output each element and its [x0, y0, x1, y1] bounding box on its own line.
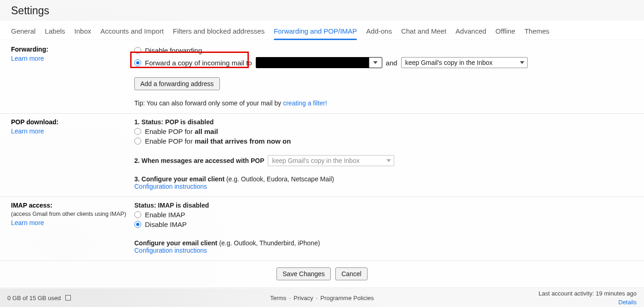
imap-configuration-instructions-link[interactable]: Configuration instructions: [134, 247, 207, 254]
terms-link[interactable]: Terms: [270, 295, 286, 301]
radio-pop-all-mail[interactable]: [134, 128, 141, 135]
tab-advanced[interactable]: Advanced: [455, 23, 486, 40]
page-title: Settings: [0, 0, 644, 21]
radio-disable-forwarding[interactable]: [134, 47, 141, 54]
pop-status-label: 1. Status:: [134, 118, 165, 126]
section-forwarding: Forwarding: Learn more Disable forwardin…: [0, 40, 644, 114]
settings-content: Forwarding: Learn more Disable forwardin…: [0, 40, 644, 289]
cancel-button[interactable]: Cancel: [335, 267, 368, 280]
tab-inbox[interactable]: Inbox: [75, 23, 92, 40]
tab-themes[interactable]: Themes: [524, 23, 549, 40]
chevron-down-icon: [520, 61, 524, 64]
forwarding-learn-more-link[interactable]: Learn more: [11, 55, 44, 62]
tab-addons[interactable]: Add-ons: [366, 23, 392, 40]
tab-chat-meet[interactable]: Chat and Meet: [401, 23, 446, 40]
forwarding-action-select[interactable]: keep Gmail's copy in the Inbox: [401, 57, 528, 68]
pop-enable-now-prefix: Enable POP for: [145, 137, 195, 145]
imap-enable-label: Enable IMAP: [145, 211, 185, 219]
storage-text: 0 GB of 15 GB used: [7, 295, 61, 301]
last-activity-text: Last account activity: 19 minutes ago: [539, 289, 637, 298]
radio-imap-enable[interactable]: [134, 211, 141, 218]
creating-filter-link[interactable]: creating a filter!: [283, 99, 327, 107]
imap-configure-hint: (e.g. Outlook, Thunderbird, iPhone): [219, 239, 320, 247]
pop-when-accessed-label: 2. When messages are accessed with POP: [134, 157, 264, 164]
imap-configure-prefix: Configure your email client: [134, 239, 219, 247]
forwarding-tip-text: Tip: You can also forward only some of y…: [134, 99, 283, 107]
imap-status-prefix: Status:: [134, 202, 158, 209]
pop-enable-all-bold: all mail: [195, 127, 218, 135]
tab-forwarding-pop-imap[interactable]: Forwarding and POP/IMAP: [274, 23, 357, 40]
pop-learn-more-link[interactable]: Learn more: [11, 127, 44, 135]
save-cancel-row: Save Changes Cancel: [0, 261, 644, 288]
forwarding-and-text: and: [386, 59, 397, 67]
pop-enable-now-bold: mail that arrives from now on: [195, 137, 291, 145]
radio-forward-copy[interactable]: [134, 59, 141, 66]
save-changes-button[interactable]: Save Changes: [276, 267, 331, 280]
pop-configuration-instructions-link[interactable]: Configuration instructions: [134, 183, 207, 190]
pop-enable-all-prefix: Enable POP for: [145, 127, 195, 135]
settings-tabs: General Labels Inbox Accounts and Import…: [0, 21, 644, 40]
forwarding-address-select[interactable]: [256, 57, 382, 68]
radio-pop-from-now[interactable]: [134, 138, 141, 145]
imap-title: IMAP access:: [11, 202, 52, 209]
open-in-new-icon: [65, 295, 71, 301]
pop-title: POP download:: [11, 118, 58, 126]
pop-status-value: POP is disabled: [165, 118, 214, 126]
disable-forwarding-label: Disable forwarding: [145, 46, 202, 54]
pop-configure-hint: (e.g. Outlook, Eudora, Netscape Mail): [226, 175, 334, 183]
storage-usage[interactable]: 0 GB of 15 GB used: [7, 295, 71, 301]
tab-labels[interactable]: Labels: [45, 23, 65, 40]
page-footer: 0 GB of 15 GB used Terms · Privacy · Pro…: [0, 289, 644, 307]
tab-accounts-import[interactable]: Accounts and Import: [100, 23, 164, 40]
tab-general[interactable]: General: [11, 23, 35, 40]
section-imap-access: IMAP access: (access Gmail from other cl…: [0, 197, 644, 261]
chevron-down-icon: [369, 58, 382, 68]
tab-offline[interactable]: Offline: [495, 23, 515, 40]
imap-disable-label: Disable IMAP: [145, 220, 187, 228]
add-forwarding-address-button[interactable]: Add a forwarding address: [134, 77, 220, 90]
pop-action-value: keep Gmail's copy in the Inbox: [272, 157, 359, 164]
forward-copy-label: Forward a copy of incoming mail to: [145, 59, 252, 67]
forwarding-title: Forwarding:: [11, 46, 48, 53]
pop-configure-prefix: 3. Configure your email client: [134, 175, 226, 183]
forwarding-action-value: keep Gmail's copy in the Inbox: [405, 59, 493, 66]
imap-learn-more-link[interactable]: Learn more: [11, 219, 44, 226]
privacy-link[interactable]: Privacy: [293, 295, 313, 301]
section-pop-download: POP download: Learn more 1. Status: POP …: [0, 114, 644, 197]
chevron-down-icon: [386, 159, 391, 162]
programme-policies-link[interactable]: Programme Policies: [320, 295, 374, 301]
radio-imap-disable[interactable]: [134, 221, 141, 228]
pop-action-select[interactable]: keep Gmail's copy in the Inbox: [268, 155, 394, 166]
tab-filters-blocked[interactable]: Filters and blocked addresses: [173, 23, 264, 40]
imap-subtitle: (access Gmail from other clients using I…: [11, 211, 134, 217]
details-link[interactable]: Details: [618, 299, 637, 306]
imap-status-value: IMAP is disabled: [158, 202, 209, 209]
